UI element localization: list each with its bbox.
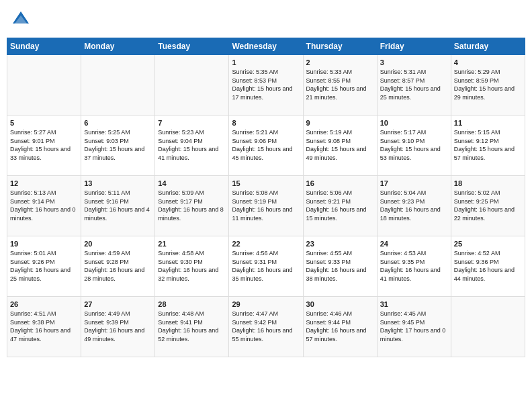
calendar-cell: 2Sunrise: 5:33 AM Sunset: 8:55 PM Daylig…	[303, 55, 377, 116]
day-info: Sunrise: 5:29 AM Sunset: 8:59 PM Dayligh…	[454, 68, 522, 101]
calendar-cell: 28Sunrise: 4:48 AM Sunset: 9:41 PM Dayli…	[155, 297, 229, 357]
day-info: Sunrise: 4:46 AM Sunset: 9:44 PM Dayligh…	[306, 310, 374, 343]
day-number: 8	[232, 119, 300, 127]
day-number: 16	[306, 179, 374, 187]
day-info: Sunrise: 5:13 AM Sunset: 9:14 PM Dayligh…	[10, 189, 78, 222]
day-number: 15	[232, 179, 300, 187]
calendar-cell	[81, 55, 155, 116]
day-info: Sunrise: 5:02 AM Sunset: 9:25 PM Dayligh…	[454, 189, 522, 222]
logo-icon	[11, 9, 31, 30]
day-info: Sunrise: 5:08 AM Sunset: 9:19 PM Dayligh…	[232, 189, 300, 222]
day-info: Sunrise: 4:48 AM Sunset: 9:41 PM Dayligh…	[158, 310, 226, 343]
weekday-header: Monday	[81, 38, 155, 55]
weekday-header: Wednesday	[229, 38, 303, 55]
logo	[11, 9, 34, 30]
calendar-cell: 5Sunrise: 5:27 AM Sunset: 9:01 PM Daylig…	[7, 116, 81, 176]
day-info: Sunrise: 4:56 AM Sunset: 9:31 PM Dayligh…	[232, 249, 300, 283]
day-number: 25	[454, 240, 522, 248]
day-info: Sunrise: 5:19 AM Sunset: 9:08 PM Dayligh…	[306, 128, 374, 162]
day-number: 19	[10, 240, 78, 248]
day-info: Sunrise: 5:15 AM Sunset: 9:12 PM Dayligh…	[454, 128, 522, 162]
day-info: Sunrise: 4:49 AM Sunset: 9:39 PM Dayligh…	[84, 310, 152, 343]
calendar-cell: 12Sunrise: 5:13 AM Sunset: 9:14 PM Dayli…	[7, 176, 81, 236]
calendar-cell: 22Sunrise: 4:56 AM Sunset: 9:31 PM Dayli…	[229, 236, 303, 297]
calendar-cell: 21Sunrise: 4:58 AM Sunset: 9:30 PM Dayli…	[155, 236, 229, 297]
day-info: Sunrise: 5:17 AM Sunset: 9:10 PM Dayligh…	[380, 128, 448, 162]
calendar-cell	[155, 55, 229, 116]
calendar-cell: 14Sunrise: 5:09 AM Sunset: 9:17 PM Dayli…	[155, 176, 229, 236]
day-number: 1	[232, 58, 300, 66]
day-number: 18	[454, 179, 522, 187]
calendar-cell: 16Sunrise: 5:06 AM Sunset: 9:21 PM Dayli…	[303, 176, 377, 236]
calendar-week-row: 12Sunrise: 5:13 AM Sunset: 9:14 PM Dayli…	[7, 176, 525, 236]
day-info: Sunrise: 4:45 AM Sunset: 9:45 PM Dayligh…	[380, 310, 448, 343]
calendar-cell: 26Sunrise: 4:51 AM Sunset: 9:38 PM Dayli…	[7, 297, 81, 357]
calendar-cell: 1Sunrise: 5:35 AM Sunset: 8:53 PM Daylig…	[229, 55, 303, 116]
weekday-header: Friday	[377, 38, 451, 55]
day-number: 7	[158, 119, 226, 127]
day-info: Sunrise: 5:04 AM Sunset: 9:23 PM Dayligh…	[380, 189, 448, 222]
calendar-cell: 30Sunrise: 4:46 AM Sunset: 9:44 PM Dayli…	[303, 297, 377, 357]
day-info: Sunrise: 5:35 AM Sunset: 8:53 PM Dayligh…	[232, 68, 300, 101]
day-info: Sunrise: 5:31 AM Sunset: 8:57 PM Dayligh…	[380, 68, 448, 101]
day-number: 23	[306, 240, 374, 248]
day-number: 13	[84, 179, 152, 187]
day-number: 6	[84, 119, 152, 127]
day-info: Sunrise: 5:27 AM Sunset: 9:01 PM Dayligh…	[10, 128, 78, 162]
day-number: 5	[10, 119, 78, 127]
day-number: 14	[158, 179, 226, 187]
calendar-cell: 29Sunrise: 4:47 AM Sunset: 9:42 PM Dayli…	[229, 297, 303, 357]
day-info: Sunrise: 4:51 AM Sunset: 9:38 PM Dayligh…	[10, 310, 78, 343]
calendar-week-row: 5Sunrise: 5:27 AM Sunset: 9:01 PM Daylig…	[7, 116, 525, 176]
day-info: Sunrise: 5:21 AM Sunset: 9:06 PM Dayligh…	[232, 128, 300, 162]
calendar-cell: 31Sunrise: 4:45 AM Sunset: 9:45 PM Dayli…	[377, 297, 451, 357]
day-number: 21	[158, 240, 226, 248]
day-number: 3	[380, 58, 448, 66]
day-number: 10	[380, 119, 448, 127]
calendar-cell: 20Sunrise: 4:59 AM Sunset: 9:28 PM Dayli…	[81, 236, 155, 297]
calendar-cell: 6Sunrise: 5:25 AM Sunset: 9:03 PM Daylig…	[81, 116, 155, 176]
day-number: 30	[306, 300, 374, 308]
calendar-table: SundayMondayTuesdayWednesdayThursdayFrid…	[7, 38, 525, 357]
day-number: 31	[380, 300, 448, 308]
calendar-cell: 11Sunrise: 5:15 AM Sunset: 9:12 PM Dayli…	[451, 116, 525, 176]
day-info: Sunrise: 5:09 AM Sunset: 9:17 PM Dayligh…	[158, 189, 226, 222]
day-number: 4	[454, 58, 522, 66]
day-number: 2	[306, 58, 374, 66]
calendar-week-row: 26Sunrise: 4:51 AM Sunset: 9:38 PM Dayli…	[7, 297, 525, 357]
calendar-cell: 4Sunrise: 5:29 AM Sunset: 8:59 PM Daylig…	[451, 55, 525, 116]
day-info: Sunrise: 4:53 AM Sunset: 9:35 PM Dayligh…	[380, 249, 448, 283]
calendar-cell: 18Sunrise: 5:02 AM Sunset: 9:25 PM Dayli…	[451, 176, 525, 236]
calendar-week-row: 19Sunrise: 5:01 AM Sunset: 9:26 PM Dayli…	[7, 236, 525, 297]
day-info: Sunrise: 5:33 AM Sunset: 8:55 PM Dayligh…	[306, 68, 374, 101]
day-number: 26	[10, 300, 78, 308]
weekday-header: Thursday	[303, 38, 377, 55]
calendar-cell: 3Sunrise: 5:31 AM Sunset: 8:57 PM Daylig…	[377, 55, 451, 116]
day-number: 11	[454, 119, 522, 127]
calendar-cell: 9Sunrise: 5:19 AM Sunset: 9:08 PM Daylig…	[303, 116, 377, 176]
day-number: 24	[380, 240, 448, 248]
day-number: 17	[380, 179, 448, 187]
weekday-header: Sunday	[7, 38, 81, 55]
day-info: Sunrise: 5:23 AM Sunset: 9:04 PM Dayligh…	[158, 128, 226, 162]
day-info: Sunrise: 4:52 AM Sunset: 9:36 PM Dayligh…	[454, 249, 522, 283]
calendar-cell: 27Sunrise: 4:49 AM Sunset: 9:39 PM Dayli…	[81, 297, 155, 357]
calendar-cell: 7Sunrise: 5:23 AM Sunset: 9:04 PM Daylig…	[155, 116, 229, 176]
calendar-cell: 24Sunrise: 4:53 AM Sunset: 9:35 PM Dayli…	[377, 236, 451, 297]
calendar-cell	[451, 297, 525, 357]
calendar-cell: 23Sunrise: 4:55 AM Sunset: 9:33 PM Dayli…	[303, 236, 377, 297]
day-info: Sunrise: 4:47 AM Sunset: 9:42 PM Dayligh…	[232, 310, 300, 343]
day-number: 28	[158, 300, 226, 308]
calendar-cell: 10Sunrise: 5:17 AM Sunset: 9:10 PM Dayli…	[377, 116, 451, 176]
day-number: 22	[232, 240, 300, 248]
day-info: Sunrise: 5:25 AM Sunset: 9:03 PM Dayligh…	[84, 128, 152, 162]
day-info: Sunrise: 4:58 AM Sunset: 9:30 PM Dayligh…	[158, 249, 226, 283]
day-number: 9	[306, 119, 374, 127]
day-info: Sunrise: 5:01 AM Sunset: 9:26 PM Dayligh…	[10, 249, 78, 283]
calendar-cell: 15Sunrise: 5:08 AM Sunset: 9:19 PM Dayli…	[229, 176, 303, 236]
weekday-header: Saturday	[451, 38, 525, 55]
calendar-cell: 13Sunrise: 5:11 AM Sunset: 9:16 PM Dayli…	[81, 176, 155, 236]
weekday-header: Tuesday	[155, 38, 229, 55]
day-number: 27	[84, 300, 152, 308]
calendar-cell: 19Sunrise: 5:01 AM Sunset: 9:26 PM Dayli…	[7, 236, 81, 297]
